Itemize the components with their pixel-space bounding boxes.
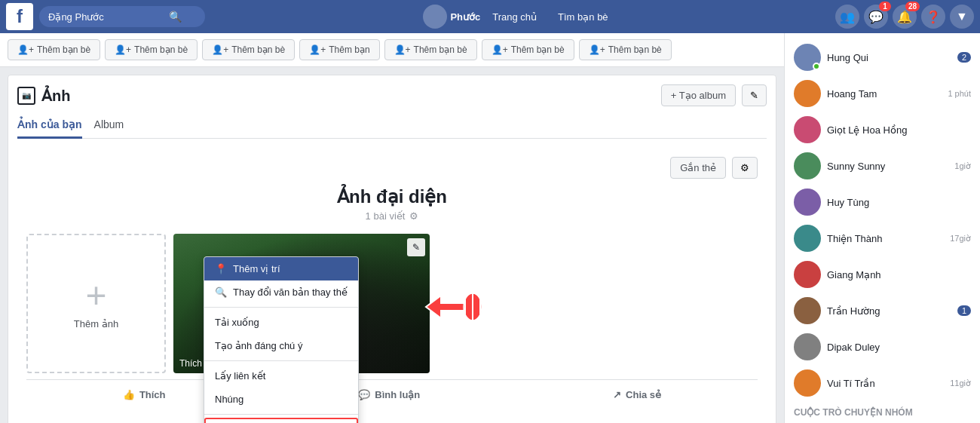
- chat-avatar: [794, 369, 821, 397]
- chat-time: 17giờ: [950, 234, 971, 244]
- add-friend-btn-5[interactable]: 👤+ Thêm bạn bè: [482, 39, 574, 60]
- context-menu-item-0[interactable]: 📍 Thêm vị trí: [204, 257, 358, 280]
- online-indicator: [813, 63, 820, 70]
- chat-name: Giang Mạnh: [827, 269, 971, 280]
- album-subtitle: 1 bài viết ⚙: [26, 210, 758, 222]
- nav-right: 👥 💬 1 🔔 28 ❓ ▼: [835, 5, 974, 29]
- album-settings-gear[interactable]: ⚙: [409, 210, 418, 222]
- add-friend-btn-2[interactable]: 👤+ Thêm bạn bè: [202, 39, 295, 60]
- chat-item-8[interactable]: Dipak Duley: [785, 329, 980, 365]
- add-friend-icon-2: 👤+: [212, 44, 228, 55]
- context-menu-divider-2: [204, 360, 358, 361]
- chat-name: Sunny Sunny: [827, 161, 948, 172]
- chat-item-4[interactable]: Huy Tùng: [785, 184, 980, 220]
- right-sidebar: Hung Qui2Hoang Tam1 phútGiọt Lệ Hoa Hồng…: [784, 33, 980, 423]
- album-settings-button[interactable]: ⚙: [732, 157, 758, 179]
- nav-home[interactable]: Trang chủ: [483, 7, 546, 27]
- actions-row: 👍 Thích 💬 Bình luận ↗ Chia sẻ: [26, 379, 758, 409]
- context-menu-divider-3: [204, 414, 358, 415]
- friends-icon-btn[interactable]: 👥: [835, 5, 859, 29]
- album-header-row: Gắn thẻ ⚙: [26, 157, 758, 179]
- context-menu-item-3[interactable]: Tạo ảnh đáng chú ý: [204, 334, 358, 357]
- add-friend-btn-1[interactable]: 👤+ Thêm bạn bè: [105, 39, 198, 60]
- notifications-badge: 28: [905, 2, 920, 11]
- comment-icon: 💬: [358, 389, 370, 400]
- tab-albums-label: Album: [94, 118, 124, 130]
- chat-item-9[interactable]: Vui Tí Trần11giờ: [785, 365, 980, 401]
- fb-logo[interactable]: f: [6, 3, 33, 30]
- edit-button[interactable]: ✎: [742, 84, 767, 106]
- chat-name: Hoang Tam: [827, 88, 942, 100]
- gan-the-button[interactable]: Gắn thẻ: [670, 157, 726, 179]
- notifications-icon-btn[interactable]: 🔔 28: [893, 5, 917, 29]
- chat-item-1[interactable]: Hoang Tam1 phút: [785, 75, 980, 112]
- photos-section: 📷 Ảnh + Tạo album ✎ Ảnh của bạn Album: [8, 75, 776, 423]
- share-button[interactable]: ↗ Chia sẻ: [598, 385, 676, 405]
- chat-avatar: [794, 152, 821, 179]
- album-content: Gắn thẻ ⚙ Ảnh đại diện 1 bài viết ⚙ + Th…: [17, 148, 767, 418]
- context-item-label-2: Tải xuống: [215, 317, 259, 328]
- photos-title-text: Ảnh: [41, 87, 70, 105]
- tab-albums[interactable]: Album: [94, 112, 124, 139]
- nav-user-avatar[interactable]: [423, 5, 447, 29]
- add-photo-placeholder[interactable]: + Thêm ảnh: [26, 234, 166, 373]
- add-friend-btn-0[interactable]: 👤+ Thêm bạn bè: [8, 39, 100, 60]
- context-menu-item-1[interactable]: 🔍 Thay đổi văn bản thay thế: [204, 280, 358, 304]
- chat-time: 1 phút: [948, 89, 971, 98]
- location-icon: 📍: [215, 263, 227, 274]
- like-button[interactable]: 👍 Thích: [108, 385, 181, 405]
- nav-find-friends[interactable]: Tìm bạn bè: [549, 7, 617, 27]
- friends-row: 👤+ Thêm bạn bè 👤+ Thêm bạn bè 👤+ Thêm bạ…: [0, 33, 784, 67]
- chat-badge: 2: [957, 52, 971, 63]
- context-menu-item-2[interactable]: Tải xuống: [204, 311, 358, 334]
- tab-my-photos[interactable]: Ảnh của bạn: [17, 112, 82, 139]
- comment-label: Bình luận: [375, 389, 420, 400]
- nav-user-name[interactable]: Phước: [450, 11, 480, 23]
- home-label: Trang chủ: [492, 11, 537, 23]
- chat-name: Thiện Thành: [827, 233, 944, 244]
- chat-name: Trần Hường: [827, 305, 951, 317]
- chat-time: 1giờ: [954, 161, 971, 171]
- cursor-arrow: [422, 280, 482, 328]
- photo-edit-icon[interactable]: ✎: [407, 238, 425, 256]
- chat-name: Vui Tí Trần: [827, 378, 944, 389]
- context-item-label-0: Thêm vị trí: [233, 263, 280, 274]
- search-icon[interactable]: 🔍: [169, 11, 182, 23]
- chat-item-5[interactable]: Thiện Thành17giờ: [785, 220, 980, 256]
- messages-icon-btn[interactable]: 💬 1: [864, 5, 888, 29]
- chat-avatar: [794, 44, 821, 71]
- share-icon: ↗: [613, 389, 621, 400]
- chat-item-2[interactable]: Giọt Lệ Hoa Hồng: [785, 112, 980, 148]
- add-photo-label: Thêm ảnh: [74, 318, 118, 330]
- chat-item-3[interactable]: Sunny Sunny1giờ: [785, 148, 980, 184]
- add-friend-label-2: Thêm bạn bè: [231, 44, 285, 55]
- photos-title: 📷 Ảnh: [17, 87, 70, 105]
- context-menu-item-delete[interactable]: Xóa ảnh này: [204, 418, 358, 423]
- add-friend-icon-5: 👤+: [492, 44, 508, 55]
- search-bar[interactable]: 🔍: [39, 6, 205, 27]
- help-icon-btn[interactable]: ❓: [921, 5, 945, 29]
- chat-item-6[interactable]: Giang Mạnh: [785, 256, 980, 293]
- add-friend-btn-3[interactable]: 👤+ Thêm bạn: [299, 39, 379, 60]
- chat-time: 11giờ: [950, 379, 971, 388]
- context-menu-divider-1: [204, 307, 358, 308]
- photo-grid: + Thêm ảnh ✎ Thích · Bình luận: [26, 234, 758, 373]
- top-navigation: f 🔍 Phước Trang chủ Tìm bạn bè 👥 💬 1 🔔 2…: [0, 0, 980, 33]
- photos-header-actions: + Tạo album ✎: [661, 84, 767, 106]
- add-friend-btn-6[interactable]: 👤+ Thêm bạn bè: [579, 39, 672, 60]
- add-friend-label-1: Thêm bạn bè: [134, 44, 188, 55]
- photos-tabs: Ảnh của bạn Album: [17, 112, 767, 139]
- page-wrapper: 👤+ Thêm bạn bè 👤+ Thêm bạn bè 👤+ Thêm bạ…: [0, 33, 980, 423]
- dropdown-icon-btn[interactable]: ▼: [950, 5, 974, 29]
- create-album-button[interactable]: + Tạo album: [661, 84, 736, 106]
- photos-icon: 📷: [17, 87, 35, 105]
- add-friend-icon-4: 👤+: [394, 44, 411, 55]
- search-input[interactable]: [48, 11, 169, 23]
- chat-avatar: [794, 297, 821, 324]
- add-friend-btn-4[interactable]: 👤+ Thêm bạn bè: [384, 39, 477, 60]
- chat-item-7[interactable]: Trần Hường1: [785, 293, 980, 329]
- context-menu-item-5[interactable]: Nhúng: [204, 388, 358, 411]
- chat-item-0[interactable]: Hung Qui2: [785, 39, 980, 75]
- context-item-label-5: Nhúng: [215, 394, 243, 405]
- context-menu-item-4[interactable]: Lấy liên kết: [204, 364, 358, 388]
